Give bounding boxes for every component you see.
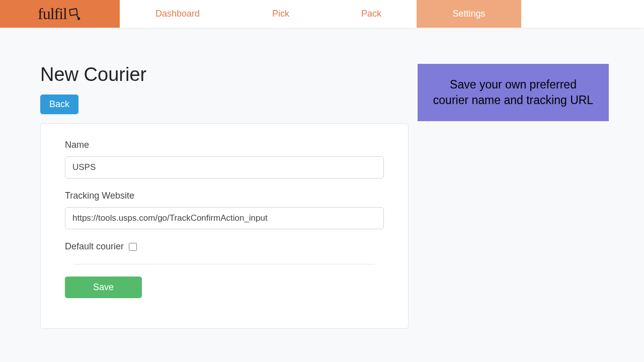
name-label: Name	[65, 140, 384, 150]
side-column: Save your own preferred courier name and…	[418, 64, 609, 121]
default-courier-label: Default courier	[65, 241, 124, 252]
nav-pack[interactable]: Pack	[326, 0, 417, 28]
brand-name: fulfil	[38, 5, 82, 23]
nav-settings-label: Settings	[452, 9, 485, 19]
nav-pick[interactable]: Pick	[235, 0, 326, 28]
nav-dashboard-label: Dashboard	[155, 9, 200, 19]
name-input[interactable]	[65, 156, 384, 178]
nav-dashboard[interactable]: Dashboard	[120, 0, 235, 28]
back-button[interactable]: Back	[40, 95, 78, 114]
form-divider	[74, 264, 375, 264]
nav-pick-label: Pick	[272, 9, 289, 19]
form-card: Name Tracking Website Default courier Sa…	[40, 123, 409, 329]
default-courier-row: Default courier	[65, 241, 384, 252]
nav-settings[interactable]: Settings	[417, 0, 521, 28]
tracking-input[interactable]	[65, 207, 384, 229]
svg-rect-0	[69, 9, 77, 16]
brand-logo[interactable]: fulfil	[0, 0, 120, 28]
brand-name-text: fulfil	[38, 5, 67, 23]
main-column: New Courier Back Name Tracking Website D…	[40, 64, 409, 329]
page-content: New Courier Back Name Tracking Website D…	[0, 28, 644, 329]
info-banner: Save your own preferred courier name and…	[418, 64, 609, 121]
save-button[interactable]: Save	[65, 277, 142, 298]
cart-icon	[68, 6, 82, 24]
nav-pack-label: Pack	[361, 9, 381, 19]
tracking-field-group: Tracking Website	[65, 191, 384, 229]
svg-point-1	[78, 18, 79, 19]
default-courier-checkbox[interactable]	[129, 243, 137, 251]
tracking-label: Tracking Website	[65, 191, 384, 201]
name-field-group: Name	[65, 140, 384, 178]
page-title: New Courier	[40, 64, 409, 85]
top-navigation: fulfil Dashboard Pick Pack Settings	[0, 0, 644, 28]
